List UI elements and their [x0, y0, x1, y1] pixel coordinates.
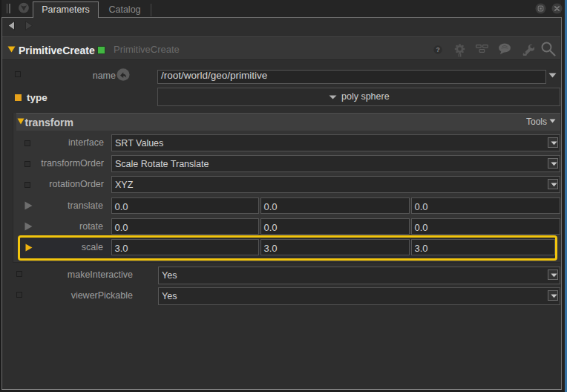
svg-text:?: ? [436, 46, 439, 53]
